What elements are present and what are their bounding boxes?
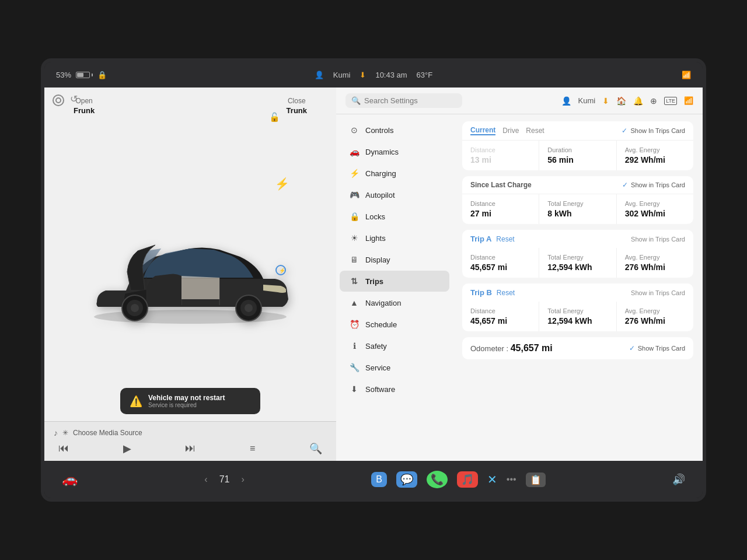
media-source-label[interactable]: Choose Media Source — [73, 429, 142, 437]
status-bar: 53% 🔒 👤 Kumi ⬇ 10:43 am 63°F 📶 — [44, 62, 703, 88]
screen: 53% 🔒 👤 Kumi ⬇ 10:43 am 63°F 📶 — [41, 58, 706, 502]
autopilot-icon: 🎮 — [349, 190, 359, 200]
username-display: Kumi — [333, 71, 351, 79]
search-bar[interactable]: 🔍 — [345, 93, 462, 108]
slc-distance-value: 27 mi — [470, 209, 530, 218]
taskbar-phone-button[interactable]: 📞 — [427, 471, 448, 488]
slc-energy-cell: Total Energy 8 kWh — [539, 194, 616, 224]
show-in-trips-toggle-2[interactable]: ✓ Show in Trips Card — [622, 181, 685, 189]
warning-text: Vehicle may not restart Service is requi… — [148, 394, 225, 408]
trip-a-section: Trip A Reset Show in Trips Card Distance… — [462, 230, 693, 278]
trip-a-show-card-label[interactable]: Show in Trips Card — [631, 236, 685, 243]
search-media-button[interactable]: 🔍 — [309, 442, 322, 455]
trip-b-reset-button[interactable]: Reset — [497, 289, 515, 297]
odometer-value: 45,657 mi — [511, 343, 553, 353]
taskbar-crosshair-button[interactable]: ✕ — [487, 473, 497, 487]
top-icons: ↺ — [51, 93, 78, 107]
trip-a-avg-energy-cell: Avg. Energy 276 Wh/mi — [617, 248, 693, 278]
svg-point-0 — [53, 95, 64, 106]
trip-a-reset-button[interactable]: Reset — [496, 235, 514, 243]
next-track-button[interactable]: ⏭ — [185, 442, 196, 454]
header-username: Kumi — [578, 96, 596, 105]
current-section-tabs: Current Drive Reset — [470, 126, 544, 135]
menu-item-navigation[interactable]: ▲ Navigation — [340, 292, 449, 313]
charging-label: Charging — [365, 169, 396, 178]
search-input[interactable] — [364, 96, 456, 105]
menu-item-software[interactable]: ⬇ Software — [340, 379, 449, 400]
header-icons: 👤 Kumi ⬇ 🏠 🔔 ⊕ LTE 📶 — [561, 96, 693, 106]
play-button[interactable]: ▶ — [123, 442, 131, 455]
taskbar-contacts-button[interactable]: 📋 — [526, 473, 546, 487]
since-last-charge-data: Distance 27 mi Total Energy 8 kWh Avg. E… — [462, 194, 693, 224]
tab-drive[interactable]: Drive — [502, 127, 519, 135]
menu-item-dynamics[interactable]: 🚗 Dynamics — [340, 141, 449, 162]
signal-icon: 📶 — [684, 96, 693, 105]
odometer-show-trips-toggle[interactable]: ✓ Show Trips Card — [629, 344, 685, 352]
menu-item-locks[interactable]: 🔒 Locks — [340, 206, 449, 227]
autopilot-label: Autopilot — [365, 191, 395, 200]
current-duration-cell: Duration 56 min — [539, 141, 616, 170]
menu-item-autopilot[interactable]: 🎮 Autopilot — [340, 184, 449, 205]
music-note-icon: ♪ — [54, 428, 58, 438]
trips-label: Trips — [365, 277, 383, 286]
tab-current[interactable]: Current — [470, 126, 495, 135]
trip-b-avg-energy-label: Avg. Energy — [625, 307, 685, 314]
equalizer-icon[interactable]: ≡ — [250, 443, 255, 454]
menu-item-trips[interactable]: ⇅ Trips — [340, 271, 449, 292]
menu-item-controls[interactable]: ⊙ Controls — [340, 120, 449, 141]
taskbar: 🚗 ‹ 71 › B 💬 📞 🎵 ✕ ••• 📋 🔊 — [44, 461, 703, 498]
status-bar-center: 👤 Kumi ⬇ 10:43 am 63°F — [271, 71, 476, 79]
charging-icon: ⚡ — [349, 169, 359, 178]
lock-status-icon: 🔒 — [97, 71, 107, 79]
right-panel: 🔍 👤 Kumi ⬇ 🏠 🔔 ⊕ LTE 📶 — [336, 88, 703, 461]
trip-b-show-card-label[interactable]: Show in Trips Card — [631, 289, 685, 296]
header-bell-icon[interactable]: 🔔 — [633, 96, 643, 106]
taskbar-center: ‹ 71 › — [204, 474, 244, 485]
taskbar-volume-button[interactable]: 🔊 — [672, 473, 685, 486]
menu-item-lights[interactable]: ☀ Lights — [340, 228, 449, 249]
battery-icon — [76, 72, 93, 78]
trip-b-avg-energy-value: 276 Wh/mi — [625, 316, 685, 326]
current-section: Current Drive Reset ✓ Show In Trips Card — [462, 121, 693, 170]
spacer — [179, 97, 202, 115]
taskbar-left: 🚗 — [62, 472, 78, 487]
taskbar-car-icon[interactable]: 🚗 — [62, 472, 78, 487]
trip-b-title: Trip B — [470, 288, 492, 297]
taskbar-music-button[interactable]: 🎵 — [457, 471, 478, 488]
download-icon: ⬇ — [359, 71, 366, 79]
taskbar-messages-button[interactable]: 💬 — [396, 471, 417, 488]
tire-pressure-icon — [51, 93, 65, 107]
schedule-icon: ⏰ — [349, 320, 359, 329]
trip-b-total-energy-cell: Total Energy 12,594 kWh — [539, 302, 616, 331]
taskbar-bluetooth-button[interactable]: B — [371, 472, 387, 487]
menu-item-charging[interactable]: ⚡ Charging — [340, 163, 449, 184]
close-label: Close — [288, 97, 306, 105]
menu-item-schedule[interactable]: ⏰ Schedule — [340, 314, 449, 335]
current-energy-label: Avg. Energy — [625, 146, 685, 153]
controls-label: Controls — [365, 126, 393, 135]
menu-item-safety[interactable]: ℹ Safety — [340, 335, 449, 356]
trip-a-total-energy-value: 12,594 kWh — [547, 262, 608, 272]
locks-label: Locks — [365, 212, 385, 221]
header-home-icon: 🏠 — [616, 96, 626, 106]
trip-b-distance-value: 45,657 mi — [470, 316, 530, 326]
time-display: 10:43 am — [375, 71, 407, 79]
taskbar-right-arrow[interactable]: › — [241, 474, 244, 485]
show-in-trips-toggle[interactable]: ✓ Show In Trips Card — [622, 127, 685, 135]
menu-item-display[interactable]: 🖥 Display — [340, 249, 449, 270]
prev-track-button[interactable]: ⏮ — [58, 442, 69, 454]
header-bluetooth-icon: ⊕ — [650, 96, 657, 106]
safety-icon: ℹ — [349, 341, 359, 351]
menu-item-service[interactable]: 🔧 Service — [340, 357, 449, 378]
taskbar-dots-button[interactable]: ••• — [507, 474, 516, 485]
settings-menu: ⊙ Controls 🚗 Dynamics ⚡ Charging 🎮 Autop… — [336, 114, 453, 461]
taskbar-left-arrow[interactable]: ‹ — [204, 474, 207, 485]
odometer-row: Odometer : 45,657 mi ✓ Show Trips Card — [462, 337, 693, 359]
odometer-show-trips-label: Show Trips Card — [638, 345, 685, 352]
service-label: Service — [365, 363, 390, 372]
tab-reset[interactable]: Reset — [526, 127, 544, 135]
svg-point-1 — [56, 98, 61, 103]
show-in-trips-label-2: Show in Trips Card — [631, 181, 685, 188]
close-trunk-button[interactable]: Close Trunk — [287, 97, 307, 115]
media-source-row: ♪ ✳ Choose Media Source — [54, 428, 327, 438]
